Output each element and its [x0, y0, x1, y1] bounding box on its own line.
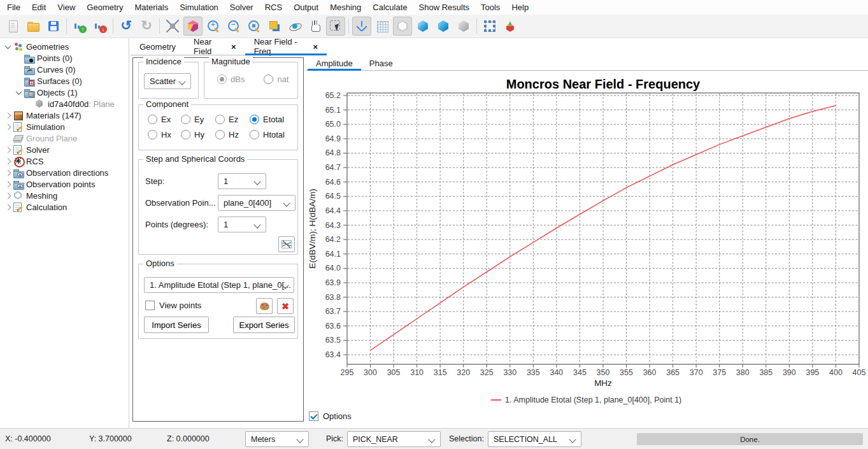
- tab-geometry[interactable]: Geometry: [131, 38, 185, 55]
- palette-icon: [260, 303, 269, 310]
- component-radio-hx[interactable]: Hx: [148, 130, 181, 139]
- component-radio-ez[interactable]: Ez: [215, 115, 250, 124]
- layers-button[interactable]: [265, 17, 284, 36]
- menu-edit[interactable]: Edit: [26, 0, 52, 15]
- chevron-right-icon[interactable]: [3, 171, 13, 175]
- tree-item-rcs[interactable]: RCS: [0, 155, 129, 167]
- magnitude-radio-dbs[interactable]: dBs: [217, 75, 245, 84]
- tree-item-simulation[interactable]: Simulation: [0, 121, 129, 132]
- options-title: Options: [143, 259, 177, 268]
- magnitude-radio-nat[interactable]: nat: [264, 75, 288, 84]
- svg-text:345: 345: [573, 368, 587, 377]
- chevron-right-icon[interactable]: [3, 159, 13, 164]
- save-button[interactable]: [44, 17, 63, 36]
- preview-chart-button[interactable]: [278, 236, 295, 252]
- menu-help[interactable]: Help: [506, 0, 534, 15]
- chevron-right-icon[interactable]: [3, 148, 13, 152]
- field-select-step[interactable]: 1: [218, 173, 266, 189]
- close-icon[interactable]: ×: [231, 43, 236, 51]
- axes-button[interactable]: [352, 17, 371, 36]
- open-folder-icon: [26, 19, 40, 33]
- tree-item-curves-0[interactable]: Curves (0): [0, 64, 129, 75]
- menu-file[interactable]: File: [1, 0, 26, 15]
- menu-simulation[interactable]: Simulation: [174, 0, 224, 15]
- units-select[interactable]: Meters: [245, 431, 309, 447]
- wireframe-view-button[interactable]: [393, 17, 412, 36]
- chevron-right-icon[interactable]: [3, 182, 13, 187]
- tree-item-materials-147[interactable]: Materials (147): [0, 110, 129, 121]
- tree-item-surfaces-0[interactable]: Surfaces (0): [0, 75, 129, 87]
- open-button[interactable]: [24, 17, 43, 36]
- tree-item-solver[interactable]: Solver: [0, 144, 129, 155]
- import-button[interactable]: [70, 17, 89, 36]
- delete-series-button[interactable]: ✖: [277, 298, 294, 314]
- selection-handles-button[interactable]: [480, 17, 499, 36]
- export-button[interactable]: [90, 17, 110, 36]
- component-radio-ex[interactable]: Ex: [148, 115, 181, 124]
- field-select-points-degrees[interactable]: 1: [218, 217, 266, 232]
- menu-meshing[interactable]: Meshing: [324, 0, 367, 15]
- tree-item-meshing[interactable]: Meshing: [0, 190, 129, 201]
- shaded-view-button[interactable]: [183, 17, 203, 36]
- show-options-checkbox[interactable]: Options: [309, 411, 352, 421]
- grid-button[interactable]: [373, 17, 392, 36]
- tree-item-id7a40fd0d[interactable]: id7a40fd0d : Plane: [0, 98, 129, 110]
- menu-rcs[interactable]: RCS: [259, 0, 288, 15]
- tree-item-objects-1[interactable]: Objects (1): [0, 87, 129, 98]
- menu-show-results[interactable]: Show Results: [413, 0, 475, 15]
- flat-cube-button[interactable]: [454, 17, 473, 36]
- tree-item-observation-directions[interactable]: Observation directions: [0, 167, 129, 178]
- pan-button[interactable]: [306, 17, 325, 36]
- tab-amplitude[interactable]: Amplitude: [308, 56, 361, 70]
- component-radio-ey[interactable]: Ey: [181, 115, 215, 124]
- incidence-select[interactable]: Scatter: [144, 73, 191, 89]
- menu-output[interactable]: Output: [288, 0, 324, 15]
- series-select[interactable]: 1. Amplitude Etotal (Step 1, plane_0[...: [144, 277, 294, 293]
- tab-phase[interactable]: Phase: [361, 56, 401, 70]
- chevron-right-icon[interactable]: [3, 194, 13, 198]
- chevron-right-icon[interactable]: [3, 125, 13, 129]
- chevron-down-icon[interactable]: [3, 45, 13, 49]
- menu-materials[interactable]: Materials: [129, 0, 174, 15]
- view-points-checkbox[interactable]: View points: [145, 301, 201, 310]
- menu-calculate[interactable]: Calculate: [367, 0, 413, 15]
- close-icon[interactable]: ×: [313, 43, 318, 51]
- component-radio-hz[interactable]: Hz: [215, 130, 250, 139]
- component-radio-hy[interactable]: Hy: [181, 130, 215, 139]
- export-series-button[interactable]: Export Series: [233, 317, 295, 333]
- menu-geometry[interactable]: Geometry: [81, 0, 129, 15]
- zoom-in-button[interactable]: [204, 17, 223, 36]
- import-series-button[interactable]: Import Series: [144, 317, 209, 333]
- chevron-down-icon[interactable]: [13, 90, 24, 95]
- field-select-observation-poin[interactable]: plane_0[400]: [218, 195, 295, 211]
- orbit-button[interactable]: [285, 17, 304, 36]
- radio-circle: [148, 130, 157, 139]
- tab-near-field-freq[interactable]: Near Field - Freq×: [245, 38, 327, 55]
- transform-gizmo-button[interactable]: [501, 17, 520, 36]
- chevron-right-icon[interactable]: [3, 205, 13, 210]
- chevron-right-icon[interactable]: [3, 113, 13, 118]
- tab-near-field[interactable]: Near Field×: [185, 38, 245, 55]
- component-radio-htotal[interactable]: Htotal: [250, 130, 294, 139]
- shaded-cube-button[interactable]: [413, 17, 432, 36]
- selection-select[interactable]: SELECTION_ALL: [488, 431, 581, 447]
- fit-view-button[interactable]: [163, 17, 182, 36]
- tree-item-points-0[interactable]: Points (0): [0, 52, 129, 64]
- undo-button[interactable]: [117, 17, 136, 36]
- tree-item-observation-points[interactable]: Observation points: [0, 178, 129, 190]
- menu-view[interactable]: View: [52, 0, 81, 15]
- menu-solver[interactable]: Solver: [224, 0, 259, 15]
- zoom-out-button[interactable]: [224, 17, 243, 36]
- tree-item-geometries[interactable]: Geometries: [0, 41, 129, 52]
- pick-select[interactable]: PICK_NEAR: [347, 431, 441, 447]
- zoom-window-button[interactable]: [245, 17, 264, 36]
- series-color-button[interactable]: [256, 298, 273, 314]
- solid-cube-button[interactable]: [434, 17, 453, 36]
- tree-item-ground-plane[interactable]: Ground Plane: [0, 132, 129, 144]
- tree-item-calculation[interactable]: Calculation: [0, 201, 129, 213]
- redo-button[interactable]: [137, 17, 156, 36]
- component-radio-etotal[interactable]: Etotal: [250, 115, 294, 124]
- select-area-button[interactable]: [326, 17, 345, 36]
- new-button[interactable]: [3, 17, 22, 36]
- menu-tools[interactable]: Tools: [475, 0, 506, 15]
